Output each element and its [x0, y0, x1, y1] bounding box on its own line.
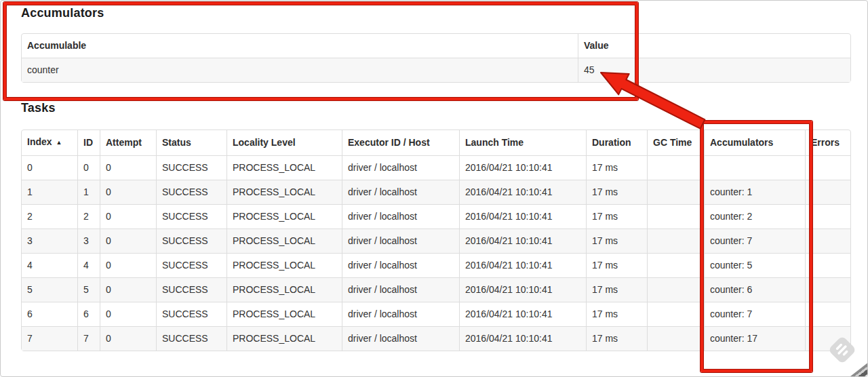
- task-accumulators-cell: [704, 155, 805, 180]
- task-index-cell: 0: [22, 155, 77, 180]
- task-gc-time-cell: [647, 326, 704, 351]
- task-errors-cell: [805, 155, 850, 180]
- value-column-header: Value: [578, 34, 850, 58]
- task-index-cell: 7: [22, 326, 77, 351]
- task-launch-time-cell: 2016/04/21 10:10:41: [459, 155, 586, 180]
- task-executor-cell: driver / localhost: [342, 180, 459, 204]
- attempt-column-header[interactable]: Attempt: [100, 130, 156, 155]
- task-duration-cell: 17 ms: [586, 302, 647, 326]
- task-row: 0 0 0 SUCCESS PROCESS_LOCAL driver / loc…: [22, 155, 850, 180]
- accumulators-column-header[interactable]: Accumulators: [704, 130, 805, 155]
- task-status-cell: SUCCESS: [156, 277, 226, 302]
- task-gc-time-cell: [647, 253, 704, 277]
- task-locality-cell: PROCESS_LOCAL: [226, 253, 342, 277]
- task-status-cell: SUCCESS: [156, 326, 226, 351]
- task-executor-cell: driver / localhost: [342, 204, 459, 229]
- task-id-cell: 2: [77, 204, 100, 229]
- task-index-cell: 4: [22, 253, 77, 277]
- task-locality-cell: PROCESS_LOCAL: [226, 155, 342, 180]
- task-accumulators-cell: counter: 6: [704, 277, 805, 302]
- task-launch-time-cell: 2016/04/21 10:10:41: [459, 204, 586, 229]
- task-executor-cell: driver / localhost: [342, 326, 459, 351]
- task-locality-cell: PROCESS_LOCAL: [226, 302, 342, 326]
- task-row: 3 3 0 SUCCESS PROCESS_LOCAL driver / loc…: [22, 229, 850, 253]
- task-gc-time-cell: [647, 277, 704, 302]
- task-status-cell: SUCCESS: [156, 155, 226, 180]
- task-attempt-cell: 0: [100, 204, 156, 229]
- accumulable-value-cell: 45: [578, 58, 850, 82]
- index-column-header[interactable]: Index▲: [22, 130, 77, 155]
- task-duration-cell: 17 ms: [586, 204, 647, 229]
- status-column-header[interactable]: Status: [156, 130, 226, 155]
- task-accumulators-cell: counter: 5: [704, 253, 805, 277]
- tasks-header-row: Index▲ ID Attempt Status Locality Level …: [22, 130, 850, 155]
- task-status-cell: SUCCESS: [156, 204, 226, 229]
- task-launch-time-cell: 2016/04/21 10:10:41: [459, 277, 586, 302]
- task-index-cell: 5: [22, 277, 77, 302]
- task-accumulators-cell: counter: 2: [704, 204, 805, 229]
- task-locality-cell: PROCESS_LOCAL: [226, 326, 342, 351]
- task-status-cell: SUCCESS: [156, 253, 226, 277]
- id-column-header[interactable]: ID: [77, 130, 100, 155]
- task-attempt-cell: 0: [100, 180, 156, 204]
- task-errors-cell: [805, 204, 850, 229]
- task-row: 2 2 0 SUCCESS PROCESS_LOCAL driver / loc…: [22, 204, 850, 229]
- accumulators-table: Accumulable Value counter 45: [21, 33, 851, 83]
- task-errors-cell: [805, 302, 850, 326]
- task-locality-cell: PROCESS_LOCAL: [226, 204, 342, 229]
- task-attempt-cell: 0: [100, 253, 156, 277]
- executor-host-column-header[interactable]: Executor ID / Host: [342, 130, 459, 155]
- task-errors-cell: [805, 326, 850, 351]
- task-id-cell: 4: [77, 253, 100, 277]
- task-attempt-cell: 0: [100, 229, 156, 253]
- task-index-cell: 1: [22, 180, 77, 204]
- task-launch-time-cell: 2016/04/21 10:10:41: [459, 253, 586, 277]
- tasks-table-body: 0 0 0 SUCCESS PROCESS_LOCAL driver / loc…: [22, 155, 850, 351]
- task-duration-cell: 17 ms: [586, 229, 647, 253]
- task-launch-time-cell: 2016/04/21 10:10:41: [459, 180, 586, 204]
- task-status-cell: SUCCESS: [156, 302, 226, 326]
- task-executor-cell: driver / localhost: [342, 155, 459, 180]
- task-attempt-cell: 0: [100, 326, 156, 351]
- task-gc-time-cell: [647, 302, 704, 326]
- task-executor-cell: driver / localhost: [342, 302, 459, 326]
- task-executor-cell: driver / localhost: [342, 253, 459, 277]
- errors-column-header[interactable]: Errors: [805, 130, 850, 155]
- accumulators-section-title: Accumulators: [21, 6, 104, 20]
- launch-time-column-header[interactable]: Launch Time: [459, 130, 586, 155]
- task-attempt-cell: 0: [100, 155, 156, 180]
- task-executor-cell: driver / localhost: [342, 277, 459, 302]
- task-gc-time-cell: [647, 229, 704, 253]
- task-locality-cell: PROCESS_LOCAL: [226, 229, 342, 253]
- task-row: 4 4 0 SUCCESS PROCESS_LOCAL driver / loc…: [22, 253, 850, 277]
- accumulators-header-row: Accumulable Value: [22, 34, 850, 58]
- task-index-cell: 3: [22, 229, 77, 253]
- locality-level-column-header[interactable]: Locality Level: [226, 130, 342, 155]
- task-launch-time-cell: 2016/04/21 10:10:41: [459, 302, 586, 326]
- task-duration-cell: 17 ms: [586, 253, 647, 277]
- task-row: 1 1 0 SUCCESS PROCESS_LOCAL driver / loc…: [22, 180, 850, 204]
- tasks-table: Index▲ ID Attempt Status Locality Level …: [21, 130, 851, 351]
- index-header-label: Index: [27, 136, 52, 147]
- gc-time-column-header[interactable]: GC Time: [647, 130, 704, 155]
- task-errors-cell: [805, 277, 850, 302]
- task-id-cell: 1: [77, 180, 100, 204]
- task-duration-cell: 17 ms: [586, 277, 647, 302]
- corner-cursor-artifact: [848, 363, 868, 377]
- task-accumulators-cell: counter: 7: [704, 302, 805, 326]
- task-errors-cell: [805, 229, 850, 253]
- task-accumulators-cell: counter: 1: [704, 180, 805, 204]
- task-launch-time-cell: 2016/04/21 10:10:41: [459, 229, 586, 253]
- accumulable-column-header: Accumulable: [22, 34, 578, 58]
- task-index-cell: 6: [22, 302, 77, 326]
- task-locality-cell: PROCESS_LOCAL: [226, 277, 342, 302]
- accumulator-row: counter 45: [22, 58, 850, 82]
- task-status-cell: SUCCESS: [156, 229, 226, 253]
- task-status-cell: SUCCESS: [156, 180, 226, 204]
- task-errors-cell: [805, 253, 850, 277]
- accumulable-name-cell: counter: [22, 58, 578, 82]
- task-row: 5 5 0 SUCCESS PROCESS_LOCAL driver / loc…: [22, 277, 850, 302]
- duration-column-header[interactable]: Duration: [586, 130, 647, 155]
- task-id-cell: 5: [77, 277, 100, 302]
- task-launch-time-cell: 2016/04/21 10:10:41: [459, 326, 586, 351]
